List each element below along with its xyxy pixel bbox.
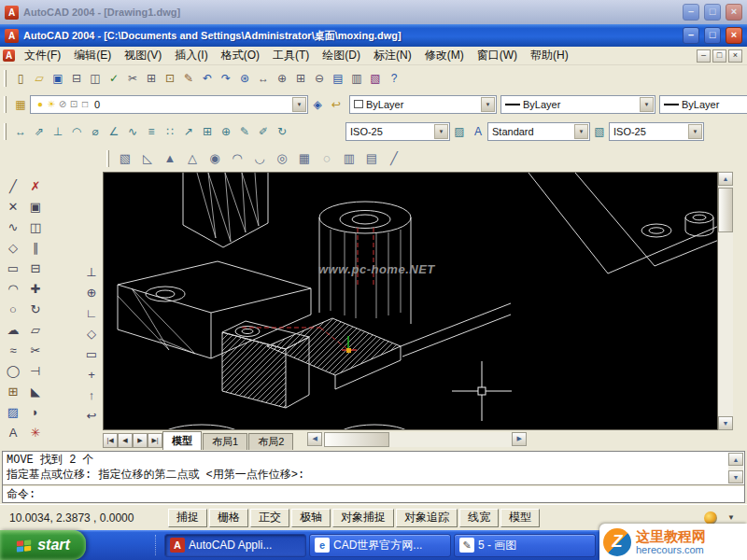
- paste-icon[interactable]: ⊡: [161, 69, 179, 88]
- menu-tools[interactable]: 工具(T): [266, 46, 316, 65]
- new-file-icon[interactable]: ▯: [11, 69, 30, 88]
- move-icon[interactable]: ✚: [25, 278, 46, 299]
- menu-view[interactable]: 视图(V): [118, 46, 168, 65]
- zoom-previous-icon[interactable]: ⊖: [310, 69, 329, 88]
- scroll-down-button[interactable]: ▼: [728, 470, 743, 483]
- scale-icon[interactable]: ▱: [25, 319, 46, 340]
- array-icon[interactable]: ⊟: [25, 258, 46, 278]
- mesh3d-icon[interactable]: ▦: [293, 148, 316, 169]
- polyline-icon[interactable]: ∿: [3, 217, 23, 237]
- menu-window[interactable]: 窗口(W): [471, 46, 524, 65]
- object-ucs-icon[interactable]: ∟: [81, 302, 102, 323]
- match-properties-icon[interactable]: ✎: [179, 69, 198, 88]
- taskbar-item-paint[interactable]: ✎ 5 - 画图: [454, 534, 596, 557]
- mdi-close-button[interactable]: ×: [728, 49, 742, 63]
- menu-format[interactable]: 格式(O): [215, 46, 266, 65]
- layer-previous-icon[interactable]: ↩: [327, 95, 345, 114]
- cut-icon[interactable]: ✂: [123, 69, 142, 88]
- hatch-icon[interactable]: ▨: [3, 401, 23, 422]
- command-input-line[interactable]: 命令:: [4, 487, 743, 501]
- trim-icon[interactable]: ✂: [25, 340, 46, 360]
- rectangle-icon[interactable]: ▭: [3, 258, 23, 278]
- menu-edit[interactable]: 编辑(E): [67, 46, 118, 65]
- tabulated-surface-icon[interactable]: ▥: [338, 148, 360, 169]
- pan-realtime-icon[interactable]: ↔: [254, 69, 273, 88]
- text-style-icon[interactable]: A: [469, 122, 487, 141]
- tab-nav-button[interactable]: ▶|: [148, 433, 162, 448]
- dish3d-icon[interactable]: ◡: [248, 148, 271, 169]
- face-ucs-icon[interactable]: ◇: [81, 323, 102, 343]
- dim-style-dropdown-2[interactable]: ISO-25 ▼: [609, 122, 704, 141]
- menu-modify[interactable]: 修改(M): [418, 46, 471, 65]
- tab-layout1[interactable]: 布局1: [203, 433, 247, 450]
- scrollbar-track[interactable]: [718, 186, 733, 416]
- scrollbar-thumb[interactable]: [324, 432, 389, 447]
- background-minimize-button[interactable]: –: [683, 4, 699, 21]
- lineweight-toggle[interactable]: 线宽: [459, 509, 499, 527]
- scroll-up-button[interactable]: ▲: [728, 453, 743, 466]
- z-axis-ucs-icon[interactable]: ↑: [81, 385, 102, 405]
- background-close-button[interactable]: ×: [726, 4, 742, 21]
- dome3d-icon[interactable]: ◠: [226, 148, 248, 169]
- cone3d-icon[interactable]: △: [181, 148, 204, 169]
- baseline-dimension-icon[interactable]: ≡: [142, 122, 161, 141]
- center-mark-icon[interactable]: ⊕: [217, 122, 235, 141]
- dimension-update-icon[interactable]: ↻: [273, 122, 291, 141]
- drawing-file-icon[interactable]: A: [3, 49, 15, 62]
- plot-preview-icon[interactable]: ◫: [86, 69, 105, 88]
- text-style-dropdown[interactable]: Standard ▼: [487, 122, 590, 141]
- background-maximize-button[interactable]: □: [704, 4, 721, 21]
- layer-dropdown[interactable]: ●☀⊘⊡□ 0 ▼: [30, 95, 308, 114]
- open-file-icon[interactable]: ▱: [30, 69, 49, 88]
- menu-dimension[interactable]: 标注(N): [367, 46, 418, 65]
- dimension-text-edit-icon[interactable]: ✐: [254, 122, 273, 141]
- construction-line-icon[interactable]: ✕: [3, 196, 23, 217]
- layer-manager-icon[interactable]: ▦: [11, 95, 30, 114]
- dropdown-arrow-icon[interactable]: ▼: [434, 124, 448, 139]
- dimension-edit-icon[interactable]: ✎: [235, 122, 254, 141]
- scroll-right-button[interactable]: ▶: [512, 432, 527, 446]
- horizontal-scrollbar[interactable]: ◀ ▶: [307, 432, 527, 447]
- quick-dimension-icon[interactable]: ∿: [123, 122, 142, 141]
- spline-icon[interactable]: ≈: [3, 340, 23, 360]
- menu-file[interactable]: 文件(F): [18, 46, 67, 65]
- model-toggle[interactable]: 模型: [500, 509, 540, 527]
- dropdown-arrow-icon[interactable]: ▼: [640, 97, 654, 112]
- extend-icon[interactable]: ⊣: [25, 360, 46, 381]
- tab-model[interactable]: 模型: [162, 431, 202, 450]
- scroll-up-button[interactable]: ▲: [718, 172, 733, 186]
- start-button[interactable]: start: [0, 530, 86, 560]
- revision-cloud-icon[interactable]: ☁: [3, 319, 23, 340]
- dropdown-arrow-icon[interactable]: ▼: [292, 97, 306, 112]
- previous-ucs-icon[interactable]: ↩: [81, 405, 102, 426]
- styles-icon[interactable]: ▧: [590, 122, 609, 141]
- dropdown-arrow-icon[interactable]: ▼: [574, 124, 588, 139]
- ortho-toggle[interactable]: 正交: [250, 509, 289, 527]
- text-icon[interactable]: A: [3, 422, 23, 442]
- ordinate-dimension-icon[interactable]: ⊥: [49, 122, 67, 141]
- chamfer-icon[interactable]: ◣: [25, 381, 46, 401]
- command-scrollbar[interactable]: ▲ ▼: [728, 453, 743, 483]
- coordinate-display[interactable]: 10.0034, 2.3873 , 0.0000: [0, 511, 168, 525]
- view-ucs-icon[interactable]: ▭: [81, 343, 102, 364]
- toolbar-grip[interactable]: [106, 150, 109, 167]
- torus3d-icon[interactable]: ◎: [271, 148, 293, 169]
- origin-ucs-icon[interactable]: +: [81, 364, 102, 385]
- otrack-toggle[interactable]: 对象追踪: [396, 509, 458, 527]
- zoom-realtime-icon[interactable]: ⊕: [273, 69, 291, 88]
- mirror-icon[interactable]: ◫: [25, 217, 46, 237]
- tool-palettes-icon[interactable]: ▧: [366, 69, 385, 88]
- continue-dimension-icon[interactable]: ∷: [161, 122, 179, 141]
- dropdown-arrow-icon[interactable]: ▼: [481, 97, 495, 112]
- polar-toggle[interactable]: 极轴: [291, 509, 331, 527]
- arc-icon[interactable]: ◠: [3, 278, 23, 299]
- vertical-scrollbar[interactable]: ▲ ▼: [718, 172, 733, 430]
- drawing-viewport[interactable]: www.pc-home.NET: [103, 172, 718, 430]
- toolbar-grip[interactable]: [4, 123, 7, 140]
- fillet-icon[interactable]: ◗: [25, 401, 46, 422]
- wedge3d-icon[interactable]: ◺: [136, 148, 159, 169]
- menu-draw[interactable]: 绘图(D): [316, 46, 367, 65]
- linear-dimension-icon[interactable]: ↔: [11, 122, 30, 141]
- make-object-layer-current-icon[interactable]: ◈: [308, 95, 327, 114]
- minimize-button[interactable]: –: [683, 27, 699, 44]
